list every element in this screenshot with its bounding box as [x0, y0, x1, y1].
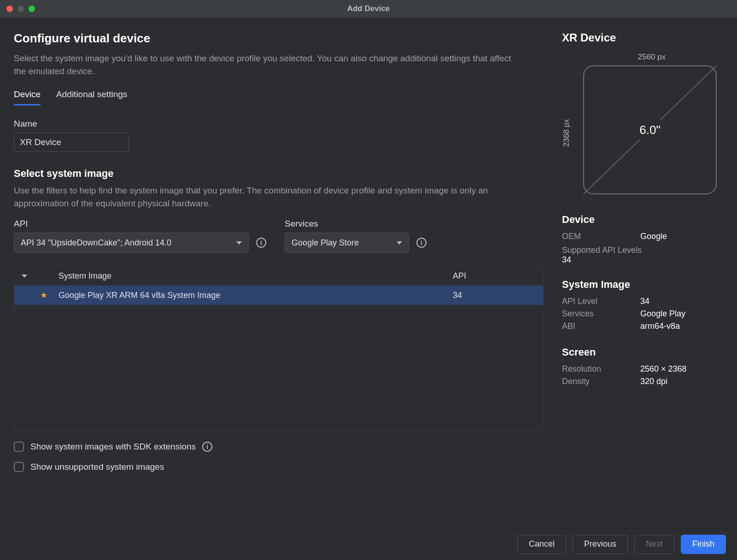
spec-services-val: Google Play	[640, 309, 685, 319]
services-info-icon[interactable]: i	[416, 238, 427, 248]
sdk-ext-info-icon[interactable]: i	[202, 442, 212, 452]
spec-resolution-val: 2560 × 2368	[640, 364, 687, 374]
tabs: Device Additional settings	[14, 89, 544, 106]
system-image-description: Use the filters to help find the system …	[14, 184, 521, 210]
titlebar: Add Device	[0, 0, 737, 18]
show-sdk-extensions-label: Show system images with SDK extensions	[30, 442, 196, 452]
page-title: Configure virtual device	[14, 31, 544, 46]
row-name: Google Play XR ARM 64 v8a System Image	[58, 291, 453, 300]
dimension-height: 2368 px	[562, 66, 576, 200]
table-header: System Image API	[14, 266, 543, 286]
show-sdk-extensions-row[interactable]: Show system images with SDK extensions i	[14, 442, 544, 452]
finish-button[interactable]: Finish	[681, 535, 726, 554]
show-sdk-extensions-checkbox[interactable]	[14, 442, 24, 452]
api-info-icon[interactable]: i	[256, 238, 266, 248]
spec-oem-val: Google	[640, 232, 667, 241]
spec-supported-api-val: 34	[562, 255, 723, 265]
spec-supported-api-label: Supported API Levels	[562, 245, 723, 255]
spec-api-level-key: API Level	[562, 297, 640, 306]
spec-resolution-key: Resolution	[562, 364, 640, 374]
chevron-down-icon	[397, 241, 402, 245]
chevron-down-icon	[236, 241, 242, 245]
previous-button[interactable]: Previous	[573, 535, 628, 554]
show-unsupported-row[interactable]: Show unsupported system images	[14, 462, 544, 472]
preview-title: XR Device	[562, 31, 723, 44]
spec-density-val: 320 dpi	[640, 377, 667, 386]
api-filter-label: API	[14, 219, 266, 229]
window-title: Add Device	[0, 4, 737, 13]
col-header-name[interactable]: System Image	[58, 271, 453, 281]
tab-additional-settings[interactable]: Additional settings	[56, 89, 127, 105]
spec-screen-heading: Screen	[562, 346, 723, 358]
device-preview: 2560 px 2368 px 6.0"	[562, 52, 723, 200]
services-filter-label: Services	[285, 219, 427, 229]
dimension-width: 2560 px	[590, 52, 714, 62]
spec-abi-key: ABI	[562, 321, 640, 331]
spec-api-level-val: 34	[640, 297, 649, 306]
next-button: Next	[634, 535, 674, 554]
col-header-api[interactable]: API	[453, 271, 536, 281]
row-api: 34	[453, 291, 536, 300]
name-input[interactable]	[14, 133, 129, 152]
show-unsupported-label: Show unsupported system images	[30, 462, 164, 472]
spec-device-heading: Device	[562, 214, 723, 226]
spec-oem-key: OEM	[562, 232, 640, 241]
system-image-table: System Image API ★ Google Play XR ARM 64…	[14, 266, 544, 432]
system-image-title: Select system image	[14, 168, 544, 180]
name-label: Name	[14, 119, 544, 129]
services-filter-select[interactable]: Google Play Store	[285, 233, 409, 253]
api-filter-select[interactable]: API 34 "UpsideDownCake"; Android 14.0	[14, 233, 249, 253]
device-diagonal: 6.0"	[633, 120, 667, 140]
spec-abi-val: arm64-v8a	[640, 321, 680, 331]
tab-device[interactable]: Device	[14, 89, 41, 105]
collapse-icon[interactable]	[22, 274, 27, 278]
api-filter-value: API 34 "UpsideDownCake"; Android 14.0	[21, 238, 171, 248]
page-description: Select the system image you'd like to us…	[14, 52, 521, 77]
spec-services-key: Services	[562, 309, 640, 319]
device-outline: 6.0"	[583, 65, 717, 194]
services-filter-value: Google Play Store	[292, 238, 359, 248]
spec-system-image-heading: System Image	[562, 279, 723, 291]
show-unsupported-checkbox[interactable]	[14, 462, 24, 472]
table-row[interactable]: ★ Google Play XR ARM 64 v8a System Image…	[14, 286, 543, 305]
spec-density-key: Density	[562, 377, 640, 386]
footer: Cancel Previous Next Finish	[0, 528, 737, 560]
cancel-button[interactable]: Cancel	[517, 535, 566, 554]
star-icon: ★	[40, 290, 47, 300]
